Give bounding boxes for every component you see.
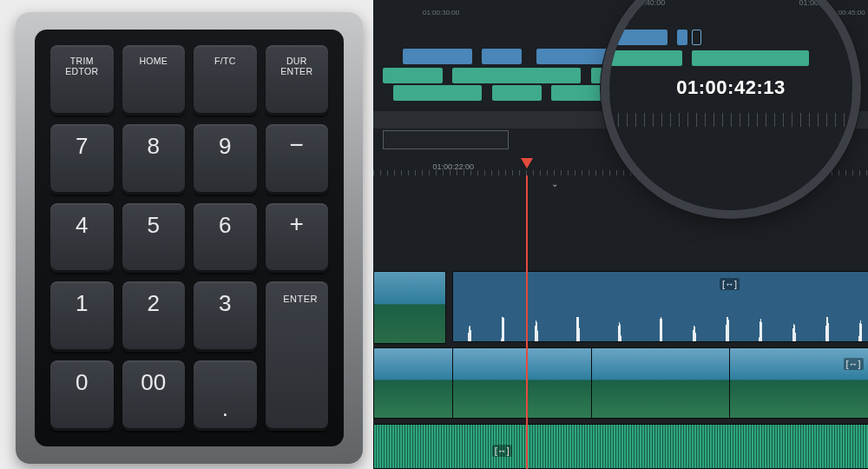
- clip-v2[interactable]: [452, 271, 868, 342]
- playhead-icon[interactable]: [521, 158, 533, 170]
- mini-segment[interactable]: [383, 68, 442, 83]
- key-enter[interactable]: ENTER: [266, 281, 329, 431]
- transition-marker-icon[interactable]: [↔]: [844, 358, 864, 370]
- key-trim-editor[interactable]: TRIM EDTOR: [50, 45, 114, 116]
- svg-marker-0: [521, 158, 533, 168]
- mini-segment[interactable]: [452, 68, 581, 83]
- clip-v1-1[interactable]: [452, 347, 593, 419]
- key-7[interactable]: 7: [50, 124, 114, 195]
- mini-segment[interactable]: [536, 49, 615, 64]
- audio-track-1[interactable]: [373, 424, 868, 469]
- clip-v1-0[interactable]: [373, 347, 454, 419]
- waveform-icon: [453, 307, 868, 341]
- ruler-label: 01:00:22:00: [432, 162, 474, 171]
- transition-marker-icon[interactable]: [↔]: [492, 445, 512, 457]
- key-1[interactable]: 1: [50, 281, 114, 352]
- key-minus[interactable]: −: [266, 124, 329, 195]
- clip-a1[interactable]: [373, 424, 868, 469]
- key-dot[interactable]: .: [194, 360, 257, 431]
- key-plus[interactable]: +: [266, 203, 329, 274]
- key-0[interactable]: 0: [50, 360, 114, 431]
- key-dur-enter[interactable]: DUR ENTER: [266, 45, 329, 116]
- key-6[interactable]: 6: [194, 203, 257, 274]
- timeline-panel: 01:00:30:0001:00:45:00 01:00:22:00 ⌄: [373, 0, 868, 469]
- key-3[interactable]: 3: [194, 281, 257, 352]
- key-4[interactable]: 4: [50, 203, 114, 274]
- mini-segment[interactable]: [492, 85, 542, 101]
- mini-segment[interactable]: [403, 49, 472, 64]
- key-ftc[interactable]: F/TC: [194, 45, 257, 116]
- tracks-area[interactable]: 01:00:22:00 ⌄ [↔][↔][↔]: [373, 158, 868, 469]
- transition-marker-icon[interactable]: [↔]: [720, 278, 740, 290]
- mini-segment[interactable]: [393, 85, 483, 101]
- key-9[interactable]: 9: [194, 124, 257, 195]
- video-track-1[interactable]: [373, 347, 868, 419]
- key-00[interactable]: 00: [122, 360, 186, 431]
- ruler-label: 01:00:30:00: [423, 9, 459, 17]
- mini-view-window[interactable]: [383, 130, 509, 149]
- clip-v1-2[interactable]: [591, 347, 732, 419]
- ruler-label: 01:00:45:00: [828, 9, 865, 17]
- key-2[interactable]: 2: [122, 281, 186, 352]
- key-8[interactable]: 8: [122, 124, 186, 195]
- chevron-down-icon[interactable]: ⌄: [551, 179, 558, 188]
- playhead-line[interactable]: [526, 175, 528, 469]
- video-track-2[interactable]: [373, 271, 868, 342]
- timecode-display: 01:00:42:13: [609, 76, 852, 99]
- mini-segment[interactable]: [482, 49, 522, 64]
- key-5[interactable]: 5: [122, 203, 186, 274]
- numeric-keypad: TRIM EDTOR HOME F/TC DUR ENTER 7 8 9 − 4…: [16, 12, 363, 464]
- keypad-grid: TRIM EDTOR HOME F/TC DUR ENTER 7 8 9 − 4…: [35, 30, 344, 446]
- key-home[interactable]: HOME: [122, 45, 186, 116]
